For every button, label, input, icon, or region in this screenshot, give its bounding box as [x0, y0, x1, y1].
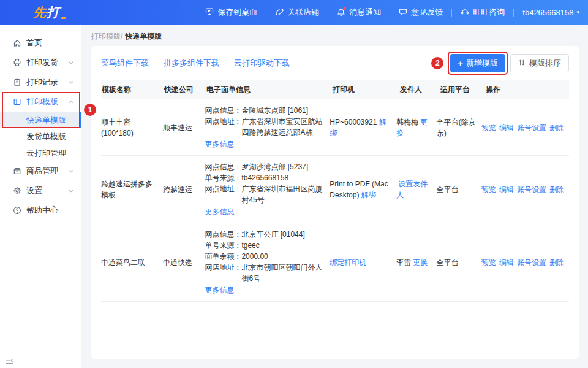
printer-cell: 绑定打印机 — [330, 257, 396, 268]
headset-icon — [461, 7, 469, 18]
platform-cell: 全平台 — [437, 184, 481, 195]
sidebar-subitem-cloud-print[interactable]: 云打印管理 — [0, 145, 81, 161]
sidebar-label-print-templates: 打印模版 — [26, 96, 68, 107]
logo-text-first: 先 — [33, 4, 47, 21]
account-dropdown[interactable]: tb4265668158 ▾ — [522, 8, 579, 17]
sort-templates-button[interactable]: 模版排序 — [510, 54, 569, 72]
add-template-button[interactable]: + 新增模版 — [450, 54, 505, 72]
preview-link[interactable]: 预览 — [481, 122, 496, 133]
sidebar-item-print-ship[interactable]: 打印发货 — [0, 53, 81, 72]
link-shop-button[interactable]: 关联店铺 — [275, 7, 319, 18]
edit-link[interactable]: 编辑 — [499, 257, 514, 268]
sidebar-subitem-shipping-template[interactable]: 发货单模版 — [0, 128, 81, 145]
nav-divider — [513, 9, 514, 17]
goods-box-icon — [13, 167, 21, 175]
app-logo: 先 打 — [33, 4, 66, 21]
account-settings-link[interactable]: 账号设置 — [517, 122, 546, 133]
sidebar-sublabel-shipping-template: 发货单模版 — [26, 131, 66, 142]
chevron-down-icon — [68, 80, 74, 85]
printer-cell: Print to PDF (Mac Desktop) 解绑 — [330, 178, 396, 201]
templates-table: 模板名称 快递公司 电子面单信息 打印机 发件人 适用平台 操作 顺丰丰密(10… — [101, 80, 569, 302]
waybill-value: 罗湖沙湾点部 [5237] — [241, 161, 325, 172]
sidebar-sublabel-cloud-print: 云打印管理 — [26, 148, 66, 159]
sidebar-item-help[interactable]: 帮助中心 — [0, 201, 81, 220]
sidebar-label-settings: 设置 — [26, 185, 68, 196]
account-settings-link[interactable]: 账号设置 — [517, 257, 546, 268]
waybill-label: 网店地址： — [205, 262, 241, 284]
more-info-link[interactable]: 更多信息 — [205, 206, 234, 217]
delete-link[interactable]: 删除 — [549, 257, 564, 268]
delete-link[interactable]: 删除 — [549, 184, 564, 195]
cloud-print-driver-download-link[interactable]: 云打印驱动下载 — [234, 58, 290, 69]
wangwang-consult-button[interactable]: 旺旺咨询 — [461, 7, 505, 18]
sidebar-label-home: 首页 — [26, 37, 74, 48]
nav-divider — [390, 9, 390, 17]
add-template-label: 新增模版 — [466, 58, 498, 69]
template-name: 顺丰丰密(100*180) — [101, 117, 163, 139]
preview-link[interactable]: 预览 — [481, 184, 496, 195]
printer-icon — [13, 58, 21, 67]
clipboard-icon — [13, 78, 21, 86]
table-row: 跨越速运拼多多模板 跨越速运 网点信息：罗湖沙湾点部 [5237] 单号来源：t… — [101, 156, 569, 223]
waybill-info-cell: 网点信息：罗湖沙湾点部 [5237] 单号来源：tb4265668158 网点地… — [205, 161, 330, 217]
feedback-label: 意见反馈 — [411, 7, 443, 18]
chevron-down-icon — [68, 169, 74, 174]
table-header-row: 模板名称 快递公司 电子面单信息 打印机 发件人 适用平台 操作 — [101, 80, 569, 99]
sender-name: 李雷 — [396, 258, 411, 267]
breadcrumb-parent[interactable]: 打印模版/ — [91, 31, 123, 42]
template-name: 跨越速运拼多多模板 — [101, 178, 163, 201]
col-header-actions: 操作 — [485, 85, 569, 95]
account-settings-link[interactable]: 账号设置 — [517, 184, 546, 195]
sidebar-item-print-templates[interactable]: 打印模版 — [0, 92, 81, 112]
sidebar-label-help: 帮助中心 — [26, 205, 74, 216]
save-to-desktop-label: 保存到桌面 — [217, 7, 257, 18]
notifications-button[interactable]: 消息通知 — [337, 7, 381, 18]
platform-cell: 全平台 — [437, 257, 481, 268]
waybill-label: 网点地址： — [205, 183, 241, 205]
waybill-label: 网点信息： — [205, 229, 241, 240]
collapse-sidebar-icon[interactable] — [6, 356, 14, 363]
plus-icon: + — [458, 59, 463, 68]
more-info-link[interactable]: 更多信息 — [205, 139, 234, 150]
sidebar-subitem-express-template[interactable]: 快递单模版 — [0, 112, 81, 128]
edit-link[interactable]: 编辑 — [499, 184, 514, 195]
link-shop-label: 关联店铺 — [287, 7, 319, 18]
pdd-component-download-link[interactable]: 拼多多组件下载 — [164, 58, 219, 69]
logo-dash-mark — [61, 17, 66, 19]
preview-link[interactable]: 预览 — [481, 257, 496, 268]
printer-name: Print to PDF (Mac Desktop) — [330, 180, 388, 199]
nav-divider — [451, 9, 452, 17]
waybill-value: 2000.00 — [241, 251, 325, 262]
sidebar-item-settings[interactable]: 设置 — [0, 181, 81, 201]
edit-link[interactable]: 编辑 — [499, 122, 514, 133]
bell-icon — [337, 8, 345, 17]
home-icon — [13, 39, 21, 47]
delete-link[interactable]: 删除 — [549, 122, 564, 133]
waybill-label: 面单余额： — [205, 251, 241, 262]
cainiao-component-download-link[interactable]: 菜鸟组件下载 — [101, 58, 149, 69]
breadcrumb: 打印模版/ 快递单模版 — [81, 25, 588, 42]
sidebar-item-home[interactable]: 首页 — [0, 33, 81, 53]
waybill-label: 网点地址： — [205, 116, 241, 138]
logo-text-second: 打 — [47, 4, 60, 21]
unbind-printer-link[interactable]: 解绑 — [361, 191, 376, 199]
waybill-value: tgeec — [241, 240, 325, 251]
nav-divider — [328, 9, 328, 17]
desktop-save-icon — [205, 7, 214, 18]
sidebar-item-goods[interactable]: 商品管理 — [0, 161, 81, 181]
chevron-up-icon — [68, 99, 74, 104]
sender-cell: 设置发件人 — [396, 178, 436, 201]
more-info-link[interactable]: 更多信息 — [205, 285, 234, 296]
add-template-button-wrap: 2 + 新增模版 — [450, 54, 505, 72]
bind-printer-link[interactable]: 绑定打印机 — [330, 258, 366, 267]
nav-divider — [266, 9, 266, 17]
set-sender-link[interactable]: 设置发件人 — [396, 180, 428, 199]
annotation-badge-step1: 1 — [84, 104, 96, 116]
sidebar-item-print-records[interactable]: 打印记录 — [0, 72, 81, 92]
feedback-button[interactable]: 意见反馈 — [399, 7, 443, 18]
save-to-desktop-button[interactable]: 保存到桌面 — [205, 7, 257, 18]
template-name: 中通菜鸟二联 — [101, 257, 163, 268]
change-sender-link[interactable]: 更换 — [413, 258, 428, 267]
wangwang-consult-label: 旺旺咨询 — [473, 7, 505, 18]
printer-name: HP~60003921 — [330, 118, 377, 126]
